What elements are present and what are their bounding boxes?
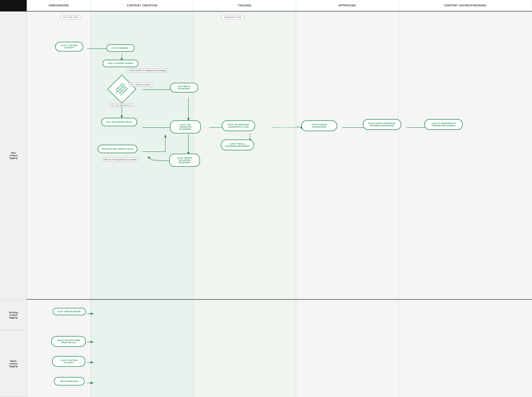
does-have-node[interactable]: DOES HAVE PREDEFINED / INHERITED KEYWORD…: [112, 79, 132, 99]
header-approving: APPROVING: [296, 0, 399, 11]
header-tagging: TAGGING: [194, 0, 296, 11]
notify-note: Notify user when suggestions are updated: [101, 158, 138, 161]
click-save-node[interactable]: CLICK TO SAVE/FINISH TO CONFIRM THE CHAN…: [424, 119, 463, 130]
header-row: ONBOARDING CONTENT CREATION TAGGING APPR…: [27, 0, 532, 12]
header-onboarding: ONBOARDING: [27, 0, 91, 11]
pick-schema-node[interactable]: PICK A CONTENT SCHEMA: [103, 60, 138, 67]
row-label-new: New content tagging: [0, 12, 27, 300]
click-add-new-node[interactable]: CLICK "ADD NEW CONTENT": [55, 42, 83, 51]
yes-note: YES -> based on schema: [128, 83, 152, 87]
see-them-node[interactable]: SEE THEM IN "KEYWORDS": [170, 83, 198, 92]
schema-note: Schema enables smarttagging and autotagg…: [127, 68, 168, 72]
go-to-general-node[interactable]: GO TO GENERAL: [106, 44, 135, 52]
no-note: NO -> No suggestions yet: [109, 103, 133, 107]
see-suggestions-node[interactable]: SEE SUGGESTIONS: [54, 377, 85, 385]
batch-content-row: SELECT MULTIPLE ITEM FROM THE LIST CLICK…: [27, 330, 532, 397]
diagram-rows: EXPLORE VIEW IMMERSIVE VIEW: [27, 12, 532, 397]
row-label-batch: Batch content tagging: [0, 330, 27, 397]
click-get-suggested-node[interactable]: CLICK "GET SUGGESTED KEYWORDS": [170, 120, 201, 133]
existing-content-row: CLICK "OPEN IN EDITOR": [27, 300, 532, 330]
or-label: OR: [296, 126, 299, 128]
top-header-spacer: [0, 0, 27, 12]
fill-content-node[interactable]: FILL THE CONTENT FIELDS: [101, 118, 137, 126]
click-open-editor-node[interactable]: CLICK "OPEN IN EDITOR": [53, 308, 86, 315]
immersive-view-label: IMMERSIVE VIEW: [222, 15, 244, 19]
header-saving: CONTENT SAVING/FINISHING: [399, 0, 532, 11]
click-update-node[interactable]: CLICK "UPDATE SUGGESTED KEYWORDS": [169, 154, 200, 167]
row-label-existing: Existing content tagging: [0, 300, 27, 330]
main-container: New content tagging Existing content tag…: [0, 0, 532, 397]
updating-content-node[interactable]: UPDATING THE CONTENT FIELDS: [98, 145, 137, 153]
header-creation: CONTENT CREATION: [91, 0, 194, 11]
explore-view-label: EXPLORE VIEW: [60, 15, 80, 19]
click-action-node[interactable]: CLICK TO ACTION "CLASSIFY": [52, 356, 85, 367]
diagram-area: ONBOARDING CONTENT CREATION TAGGING APPR…: [27, 0, 532, 397]
click-add-all-node[interactable]: CLICK "ADD ALL SUGGESTED KEYWORDS": [221, 140, 254, 150]
new-content-row: EXPLORE VIEW IMMERSIVE VIEW: [27, 12, 532, 300]
type-to-enter-node[interactable]: TYPE TO ENTER SUGGESTIONS: [301, 120, 337, 131]
new-content-diagram: EXPLORE VIEW IMMERSIVE VIEW: [27, 12, 532, 299]
click-individual-node[interactable]: CLICK THE INDIVIDUAL SUGGESTION TO ADD: [222, 120, 255, 131]
click-to-add-node[interactable]: CLICK TO ADD THE INDIVUAL FILTERED SUGGE…: [363, 119, 401, 130]
select-multiple-node[interactable]: SELECT MULTIPLE ITEM FROM THE LIST: [51, 336, 86, 347]
left-labels: New content tagging Existing content tag…: [0, 0, 27, 397]
